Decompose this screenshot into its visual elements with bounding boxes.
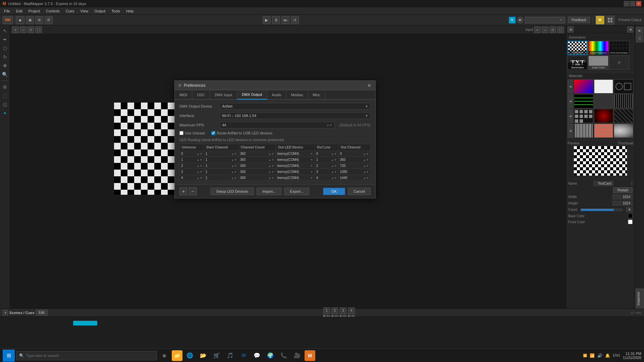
cell-out-line[interactable]: 4▲▼ — [315, 175, 338, 181]
cell-out-ch[interactable]: 360▲▼ — [338, 157, 371, 163]
tool-layers[interactable]: ⬚ — [1, 92, 9, 100]
tab-dmx-output[interactable]: DMX Output — [237, 90, 267, 100]
generator-txt[interactable]: TXT Text Generator — [568, 56, 588, 70]
grid-view-btn[interactable] — [606, 16, 614, 24]
use-unicast-checkbox[interactable] — [179, 131, 183, 135]
back-color-swatch[interactable] — [628, 214, 633, 218]
panel-toggle-a[interactable]: ▣ — [636, 27, 643, 34]
edge-icon[interactable]: 🌐 — [184, 350, 196, 362]
feedback-button[interactable]: Feedback — [568, 17, 590, 23]
panel-toggle-b[interactable]: ☰ — [636, 35, 643, 42]
import-btn[interactable]: Import... — [257, 188, 281, 195]
toolbar-pause[interactable]: ⏸ — [272, 16, 280, 24]
mode-surface[interactable]: ◉ — [16, 16, 24, 24]
toolbar-loop[interactable]: ↺ — [291, 16, 299, 24]
preview-dropdown[interactable]: ▼ — [525, 17, 565, 23]
remove-row-btn[interactable]: – — [189, 187, 197, 195]
setup-led-btn[interactable]: Setup LED Devices — [211, 188, 254, 195]
material-line-anim[interactable] — [574, 94, 593, 108]
tool-select[interactable]: ↖ — [1, 27, 9, 35]
generator-colorpatterns[interactable]: ColorPatterns — [588, 41, 608, 55]
skype2-icon[interactable]: 🎥 — [291, 350, 303, 362]
cell-universe[interactable]: 2▲▼ — [180, 163, 204, 169]
tab-misc[interactable]: Misc — [308, 90, 325, 100]
cell-out-line[interactable]: 0▲▼ — [315, 151, 338, 157]
cue-4-btn[interactable]: 4 — [348, 307, 355, 314]
tab-dmx-input[interactable]: DMX Input — [210, 90, 237, 100]
cell-out-device[interactable]: teensy(COM4)▼ — [276, 169, 315, 175]
browser-icon[interactable]: 🌍 — [264, 350, 276, 362]
cell-start-ch[interactable]: 1▲▼ — [204, 151, 238, 157]
system-icon-chevron[interactable]: 🔼 — [583, 354, 587, 357]
input-add[interactable]: + — [534, 26, 541, 33]
toolbar-step[interactable]: ⏭ — [281, 16, 289, 24]
madmapper-taskbar-icon[interactable]: M — [305, 350, 315, 361]
panel-collapse-btn[interactable]: ◀ — [568, 26, 574, 33]
input-remove[interactable]: – — [542, 26, 548, 33]
taskbar-clock[interactable]: 11:31 PM 11/21/2020 — [623, 352, 641, 360]
material-guitar[interactable] — [614, 109, 633, 123]
material-line-patterns[interactable] — [594, 94, 613, 108]
tool-rotate[interactable]: ↻ — [1, 53, 9, 61]
preview-checker-thumb[interactable] — [574, 146, 627, 176]
generator-grid[interactable]: Grid-Generator — [609, 41, 629, 55]
pref-titlebar[interactable]: ⚙ Preferences ✕ — [175, 81, 375, 90]
cancel-btn[interactable]: Cancel — [348, 188, 371, 195]
mode-c[interactable]: ⊞ — [35, 16, 43, 24]
cue-2-btn[interactable]: 2 — [331, 307, 338, 314]
cell-out-device[interactable]: teensy(COM4)▼ — [276, 151, 315, 157]
tool-shape[interactable]: ⬡ — [1, 44, 9, 52]
cell-ch-count[interactable]: 360▲▼ — [238, 169, 276, 175]
add-row-btn[interactable]: + — [179, 187, 187, 195]
cell-out-ch[interactable]: 720▲▼ — [338, 163, 371, 169]
fps-input[interactable]: 44 ▲▼ — [220, 122, 335, 128]
scenes-collapse[interactable]: ▾ — [3, 310, 8, 315]
menu-help[interactable]: Help — [123, 8, 137, 14]
cell-out-device[interactable]: teensy(COM4)▼ — [276, 163, 315, 169]
cell-universe[interactable]: 0▲▼ — [180, 151, 204, 157]
generator-testcard[interactable]: TestCard — [568, 41, 588, 55]
menu-tools[interactable]: Tools — [109, 8, 123, 14]
input-grid[interactable]: ⛶ — [557, 26, 564, 33]
maximize-btn[interactable]: □ — [630, 1, 635, 6]
task-view-btn[interactable]: ⊕ — [158, 350, 170, 362]
cell-ch-count[interactable]: 360▲▼ — [238, 163, 276, 169]
timeline-track[interactable] — [73, 321, 97, 325]
network-icon[interactable]: 📶 — [590, 353, 595, 358]
material-shapes[interactable] — [614, 79, 633, 94]
store-icon[interactable]: 🛒 — [211, 350, 223, 362]
start-button[interactable]: ⊞ — [3, 350, 15, 362]
search-input[interactable] — [26, 354, 154, 358]
material-bricks[interactable] — [594, 124, 613, 138]
cell-start-ch[interactable]: 1▲▼ — [204, 157, 238, 163]
cell-universe[interactable]: 3▲▼ — [180, 169, 204, 175]
material-barcode[interactable] — [574, 124, 593, 138]
menu-edit[interactable]: Edit — [13, 8, 25, 14]
cell-out-line[interactable]: 1▲▼ — [315, 157, 338, 163]
music-icon[interactable]: 🎵 — [224, 350, 236, 362]
canvas-fullscreen-btn[interactable]: ⛶ — [35, 26, 42, 33]
cell-out-line[interactable]: 2▲▼ — [315, 163, 338, 169]
tool-pen[interactable]: ✒ — [1, 36, 9, 44]
menu-view[interactable]: View — [78, 8, 91, 14]
search-bar[interactable]: 🔍 — [16, 351, 157, 360]
minimize-btn[interactable]: ─ — [624, 1, 629, 6]
notification-icon[interactable]: 🔔 — [605, 353, 610, 358]
close-btn[interactable]: ✕ — [636, 1, 641, 6]
materials-prev-btn2[interactable]: ◀ — [568, 94, 573, 108]
cell-out-device[interactable]: teensy(COM4)▼ — [276, 157, 315, 163]
mode-settings[interactable]: ⚙ — [45, 16, 53, 24]
cue-3-btn[interactable]: 3 — [340, 307, 346, 314]
ndi-btn[interactable]: N — [509, 17, 516, 23]
tool-zoom[interactable]: 🔍 — [1, 70, 9, 78]
canvas-remove-btn[interactable]: – — [20, 26, 26, 33]
tool-mask[interactable]: ◱ — [1, 100, 9, 108]
cell-universe[interactable]: 4▲▼ — [180, 175, 204, 181]
cell-ch-count[interactable]: 360▲▼ — [238, 157, 276, 163]
cell-universe[interactable]: 1▲▼ — [180, 157, 204, 163]
cell-out-ch[interactable]: 0▲▼ — [338, 151, 371, 157]
material-square-array[interactable] — [574, 109, 593, 123]
file-explorer-icon[interactable]: 📁 — [172, 350, 182, 361]
menu-project[interactable]: Project — [26, 8, 43, 14]
cue-1-btn[interactable]: 1 — [323, 307, 330, 314]
